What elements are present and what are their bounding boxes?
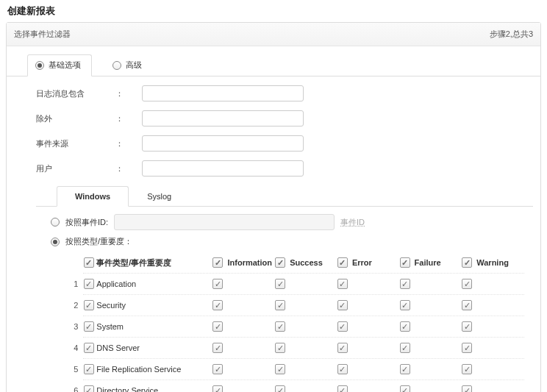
check-cell[interactable]	[400, 364, 410, 374]
check-cell[interactable]	[212, 364, 223, 374]
colon: ：	[115, 113, 142, 124]
sev-head-label: Warning	[476, 258, 509, 267]
table-row: 6Directory Service	[71, 381, 524, 392]
check-cell[interactable]	[275, 343, 285, 353]
check-all-information[interactable]	[212, 257, 223, 268]
check-cell[interactable]	[212, 385, 223, 392]
col-type-head: 事件类型/事件重要度	[95, 257, 212, 268]
check-row[interactable]	[84, 279, 94, 289]
wizard-card: 选择事件过滤器 步骤2,总共3 基础选项 高级 日志消息包含 ： 除外 ：	[6, 22, 541, 392]
row-name: Directory Service	[95, 386, 212, 392]
check-cell[interactable]	[462, 321, 472, 332]
table-row: 5File Replication Service	[71, 360, 524, 379]
check-all-types[interactable]	[84, 257, 94, 268]
tab-advanced[interactable]: 高级	[105, 55, 152, 76]
step-label: 选择事件过滤器	[14, 29, 71, 40]
colon: ：	[115, 163, 142, 174]
check-cell[interactable]	[400, 279, 410, 289]
colon: ：	[115, 138, 142, 149]
label-by-type: 按照类型/重要度：	[65, 236, 132, 247]
check-cell[interactable]	[212, 321, 223, 332]
check-cell[interactable]	[400, 300, 410, 310]
check-cell[interactable]	[337, 343, 348, 353]
row-index: 6	[71, 386, 82, 392]
page-title: 创建新报表	[0, 0, 547, 22]
row-index: 4	[71, 343, 82, 352]
tab-basic[interactable]: 基础选项	[27, 54, 92, 76]
row-index: 1	[71, 279, 82, 288]
check-cell[interactable]	[400, 385, 410, 392]
sev-head-label: Error	[352, 258, 372, 267]
label-by-id: 按照事件ID:	[65, 217, 108, 228]
check-cell[interactable]	[462, 343, 472, 353]
check-cell[interactable]	[275, 300, 285, 310]
check-cell[interactable]	[400, 321, 410, 332]
input-source[interactable]	[142, 135, 304, 152]
check-cell[interactable]	[337, 321, 348, 332]
table-row: 2Security	[71, 296, 524, 315]
sev-head-label: Information	[227, 258, 272, 267]
filter-section: 按照事件ID: 事件ID 按照类型/重要度： 事件类型/事件重要度 Inform…	[36, 207, 533, 392]
radio-advanced[interactable]	[112, 61, 121, 70]
label-contains: 日志消息包含	[36, 88, 115, 99]
check-cell[interactable]	[212, 300, 223, 310]
table-header-row: 事件类型/事件重要度 InformationSuccessErrorFailur…	[71, 253, 524, 272]
check-cell[interactable]	[400, 343, 410, 353]
row-index: 2	[71, 301, 82, 310]
label-user: 用户	[36, 163, 115, 174]
tab-syslog[interactable]: Syslog	[129, 186, 190, 207]
row-name: Application	[95, 279, 212, 288]
check-all-warning[interactable]	[462, 257, 472, 268]
check-cell[interactable]	[275, 279, 285, 289]
check-cell[interactable]	[275, 321, 285, 332]
basic-form: 日志消息包含 ： 除外 ： 事件来源 ： 用户 ： Windows S	[7, 76, 540, 392]
check-cell[interactable]	[462, 279, 472, 289]
check-cell[interactable]	[462, 300, 472, 310]
tab-windows[interactable]: Windows	[57, 186, 129, 207]
table-row: 4DNS Server	[71, 338, 524, 357]
table-row: 3System	[71, 317, 524, 336]
row-name: File Replication Service	[95, 365, 212, 374]
radio-basic[interactable]	[35, 61, 44, 70]
colon: ：	[115, 88, 142, 99]
check-cell[interactable]	[462, 385, 472, 392]
step-progress: 步骤2,总共3	[490, 29, 533, 40]
radio-by-id[interactable]	[51, 218, 60, 227]
radio-by-type[interactable]	[51, 238, 60, 246]
check-row[interactable]	[84, 364, 94, 374]
check-all-success[interactable]	[275, 257, 285, 268]
hint-event-id: 事件ID	[340, 217, 365, 228]
check-cell[interactable]	[275, 364, 285, 374]
row-index: 3	[71, 322, 82, 331]
check-row[interactable]	[84, 385, 94, 392]
check-row[interactable]	[84, 300, 94, 310]
check-row[interactable]	[84, 321, 94, 332]
row-name: System	[95, 322, 212, 331]
row-name: DNS Server	[95, 343, 212, 352]
input-contains[interactable]	[142, 85, 304, 101]
check-cell[interactable]	[337, 300, 348, 310]
source-tabs: Windows Syslog	[36, 185, 533, 207]
input-event-id[interactable]	[114, 214, 335, 230]
check-cell[interactable]	[212, 343, 223, 353]
check-cell[interactable]	[337, 364, 348, 374]
check-row[interactable]	[84, 343, 94, 353]
check-cell[interactable]	[462, 364, 472, 374]
check-cell[interactable]	[212, 279, 223, 289]
table-row: 1Application	[71, 274, 524, 293]
input-except[interactable]	[142, 110, 304, 126]
check-cell[interactable]	[275, 385, 285, 392]
tab-basic-label: 基础选项	[49, 60, 81, 71]
sev-head-label: Failure	[415, 258, 441, 267]
input-user[interactable]	[142, 160, 304, 177]
mode-tabs: 基础选项 高级	[7, 46, 540, 76]
sev-head-label: Success	[290, 258, 323, 267]
tab-advanced-label: 高级	[126, 60, 142, 71]
label-except: 除外	[36, 113, 115, 124]
check-cell[interactable]	[337, 385, 348, 392]
row-name: Security	[95, 301, 212, 310]
severity-table: 事件类型/事件重要度 InformationSuccessErrorFailur…	[71, 253, 524, 392]
check-all-failure[interactable]	[400, 257, 410, 268]
check-cell[interactable]	[337, 279, 348, 289]
check-all-error[interactable]	[337, 257, 348, 268]
